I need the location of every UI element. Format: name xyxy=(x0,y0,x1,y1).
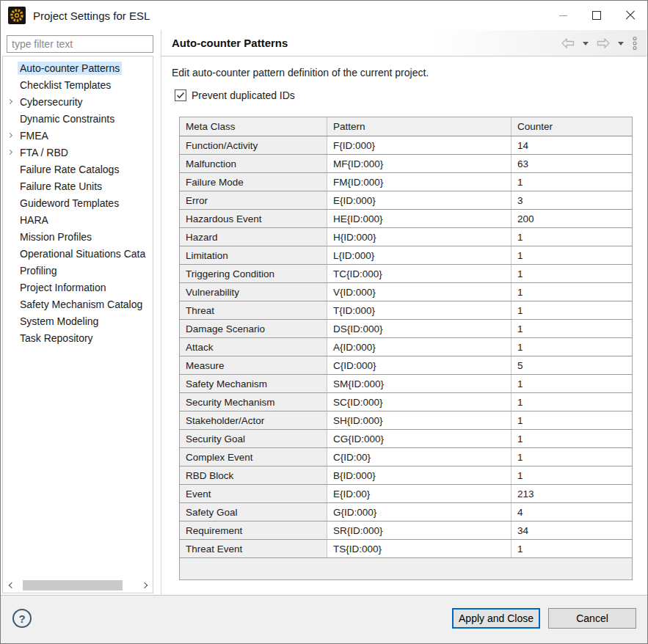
forward-button[interactable] xyxy=(595,34,611,52)
table-row[interactable]: Attack A{ID:000} 1 xyxy=(180,338,632,356)
help-button[interactable]: ? xyxy=(12,609,32,628)
table-row[interactable]: Threat Event TS{ID:000} 1 xyxy=(180,540,632,558)
counter-cell[interactable]: 200 xyxy=(512,210,632,227)
meta-class-cell[interactable]: Attack xyxy=(180,338,327,356)
pattern-cell[interactable]: L{ID:000} xyxy=(327,246,512,264)
table-row[interactable]: Measure C{ID:000} 5 xyxy=(180,356,632,375)
table-row[interactable]: Malfunction MF{ID:000} 63 xyxy=(180,155,632,173)
meta-class-cell[interactable]: Stakeholder/Actor xyxy=(180,411,327,429)
filter-input[interactable] xyxy=(7,35,153,53)
table-row[interactable]: Triggering Condition TC{ID:000} 1 xyxy=(180,265,632,283)
meta-class-cell[interactable]: RBD Block xyxy=(180,466,327,484)
counter-cell[interactable]: 4 xyxy=(512,503,632,521)
table-row[interactable]: Vulnerability V{ID:000} 1 xyxy=(180,283,632,301)
counter-cell[interactable]: 1 xyxy=(512,265,632,282)
pattern-cell[interactable]: SH{ID:000} xyxy=(327,411,512,429)
table-row[interactable]: Limitation L{ID:000} 1 xyxy=(180,246,632,265)
sidebar-item[interactable]: Failure Rate Units xyxy=(3,178,153,194)
meta-class-cell[interactable]: Complex Event xyxy=(180,448,327,466)
sidebar-item[interactable]: Operational Situations Cata xyxy=(3,245,153,262)
expand-chevron-box[interactable] xyxy=(3,133,18,137)
table-row[interactable]: RBD Block B{ID:000} 1 xyxy=(180,466,632,485)
meta-class-cell[interactable]: Error xyxy=(180,191,327,209)
counter-cell[interactable]: 1 xyxy=(512,375,632,392)
sidebar-item[interactable]: Failure Rate Catalogs xyxy=(3,161,153,178)
apply-and-close-button[interactable]: Apply and Close xyxy=(452,608,540,629)
pattern-cell[interactable]: G{ID:000} xyxy=(327,503,512,521)
pattern-cell[interactable]: MF{ID:000} xyxy=(327,155,512,172)
counter-cell[interactable]: 1 xyxy=(512,430,632,447)
pattern-cell[interactable]: T{ID:000} xyxy=(327,301,512,319)
column-header-pattern[interactable]: Pattern xyxy=(327,117,512,136)
counter-cell[interactable]: 213 xyxy=(512,485,632,502)
meta-class-cell[interactable]: Vulnerability xyxy=(180,283,327,301)
table-row[interactable]: Event E{ID:00} 213 xyxy=(180,485,632,503)
table-row[interactable]: Safety Mechanism SM{ID:000} 1 xyxy=(180,375,632,393)
table-row[interactable]: Security Goal CG{ID:000} 1 xyxy=(180,430,632,448)
back-button[interactable] xyxy=(560,34,576,52)
close-button[interactable] xyxy=(614,1,647,30)
pattern-cell[interactable]: C{ID:00} xyxy=(327,448,512,466)
meta-class-cell[interactable]: Failure Mode xyxy=(180,173,327,191)
meta-class-cell[interactable]: Limitation xyxy=(180,246,327,264)
meta-class-cell[interactable]: Measure xyxy=(180,356,327,374)
meta-class-cell[interactable]: Triggering Condition xyxy=(180,265,327,282)
cancel-button[interactable]: Cancel xyxy=(548,608,636,629)
counter-cell[interactable]: 34 xyxy=(512,522,632,539)
sidebar-item[interactable]: Checklist Templates xyxy=(3,76,153,93)
scroll-right-button[interactable] xyxy=(139,579,152,592)
minimize-button[interactable] xyxy=(546,1,580,30)
sidebar-item[interactable]: HARA xyxy=(3,211,153,228)
counter-cell[interactable]: 1 xyxy=(512,393,632,411)
meta-class-cell[interactable]: Requirement xyxy=(180,522,327,539)
pattern-cell[interactable]: SM{ID:000} xyxy=(327,375,512,392)
prevent-duplicated-ids-checkbox[interactable]: Prevent duplicated IDs xyxy=(175,89,295,101)
sidebar-item[interactable]: Mission Profiles xyxy=(3,228,153,245)
maximize-button[interactable] xyxy=(580,1,614,30)
meta-class-cell[interactable]: Security Mechanism xyxy=(180,393,327,411)
counter-cell[interactable]: 3 xyxy=(512,191,632,209)
counter-cell[interactable]: 1 xyxy=(512,540,632,557)
counter-cell[interactable]: 1 xyxy=(512,173,632,191)
counter-cell[interactable]: 1 xyxy=(512,411,632,429)
scrollbar-thumb[interactable] xyxy=(23,580,123,590)
pattern-cell[interactable]: CG{ID:000} xyxy=(327,430,512,447)
counter-cell[interactable]: 1 xyxy=(512,246,632,264)
table-row[interactable]: Hazard H{ID:000} 1 xyxy=(180,228,632,246)
sidebar-item[interactable]: FMEA xyxy=(3,127,153,144)
table-row[interactable]: Hazardous Event HE{ID:000} 200 xyxy=(180,210,632,228)
counter-cell[interactable]: 1 xyxy=(512,228,632,246)
meta-class-cell[interactable]: Safety Goal xyxy=(180,503,327,521)
pattern-cell[interactable]: HE{ID:000} xyxy=(327,210,512,227)
pattern-cell[interactable]: DS{ID:000} xyxy=(327,320,512,337)
meta-class-cell[interactable]: Hazard xyxy=(180,228,327,246)
counter-cell[interactable]: 5 xyxy=(512,356,632,374)
sidebar-item[interactable]: Auto-counter Patterns xyxy=(3,59,153,76)
counter-cell[interactable]: 1 xyxy=(512,301,632,319)
table-row[interactable]: Failure Mode FM{ID:000} 1 xyxy=(180,173,632,191)
table-row[interactable]: Threat T{ID:000} 1 xyxy=(180,301,632,320)
sidebar-item[interactable]: System Modeling xyxy=(3,312,153,329)
sidebar-item[interactable]: FTA / RBD xyxy=(3,144,153,161)
pattern-cell[interactable]: SC{ID:000} xyxy=(327,393,512,411)
pattern-cell[interactable]: C{ID:000} xyxy=(327,356,512,374)
meta-class-cell[interactable]: Hazardous Event xyxy=(180,210,327,227)
meta-class-cell[interactable]: Malfunction xyxy=(180,155,327,172)
table-row[interactable]: Safety Goal G{ID:000} 4 xyxy=(180,503,632,522)
pattern-cell[interactable]: TS{ID:000} xyxy=(327,540,512,557)
counter-cell[interactable]: 1 xyxy=(512,320,632,337)
sidebar-item[interactable]: Safety Mechanism Catalog xyxy=(3,296,153,312)
view-menu-button[interactable] xyxy=(630,34,639,52)
pattern-cell[interactable]: V{ID:000} xyxy=(327,283,512,301)
scrollbar-track[interactable] xyxy=(17,579,139,592)
counter-cell[interactable]: 1 xyxy=(512,448,632,466)
meta-class-cell[interactable]: Event xyxy=(180,485,327,502)
sidebar-item[interactable]: Project Information xyxy=(3,279,153,296)
horizontal-scrollbar[interactable] xyxy=(4,579,152,592)
counter-cell[interactable]: 1 xyxy=(512,466,632,484)
sidebar-item[interactable]: Task Repository xyxy=(3,329,153,346)
pattern-cell[interactable]: TC{ID:000} xyxy=(327,265,512,282)
column-header-meta-class[interactable]: Meta Class xyxy=(180,117,327,136)
table-row[interactable]: Damage Scenario DS{ID:000} 1 xyxy=(180,320,632,338)
counter-cell[interactable]: 1 xyxy=(512,283,632,301)
